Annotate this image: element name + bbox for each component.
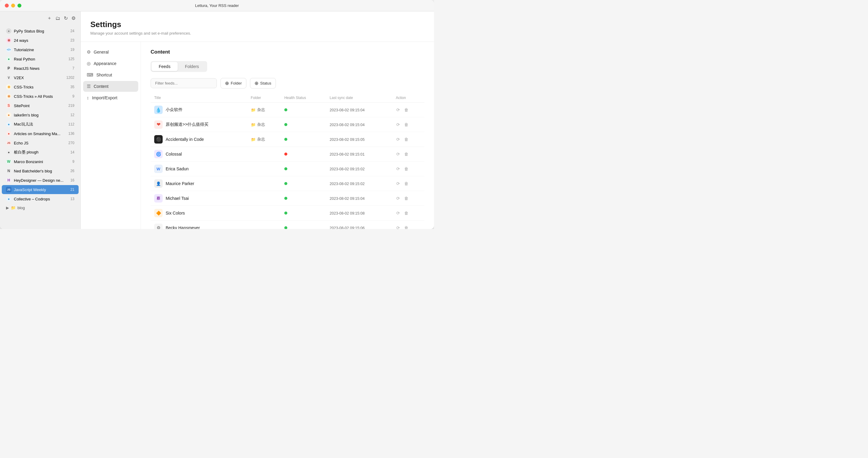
- table-row: ❤ 原创频道>>什么值得买 📁杂志 2023-08-02 09:15:04 ⟳ …: [151, 117, 424, 132]
- delete-feed-button[interactable]: 🗑: [404, 122, 409, 128]
- delete-feed-button[interactable]: 🗑: [404, 225, 409, 229]
- feed-title-cell: ⚙ Becky Hansmeyer: [151, 221, 247, 229]
- sidebar-folder-label: blog: [18, 205, 74, 210]
- sidebar-item-count: 14: [70, 150, 74, 154]
- table-row: ⚫ Accidentally in Code 📁杂志 2023-08-02 09…: [151, 132, 424, 147]
- health-indicator: [284, 167, 287, 170]
- filter-feeds-input[interactable]: [151, 78, 217, 88]
- sidebar-item-tutorialzine[interactable]: </> Tutorialzine 19: [2, 45, 79, 54]
- sidebar-item-smashing[interactable]: ● Articles on Smashing Ma... 136: [2, 129, 79, 138]
- add-status-button[interactable]: ⊕ Status: [250, 78, 276, 89]
- sidebar-item-csstricksall[interactable]: ✳ CSS-Tricks » All Posts 9: [2, 92, 79, 101]
- sidebar-item-count: 16: [70, 178, 74, 182]
- sidebar-item-ned[interactable]: N Ned Batchelder's blog 26: [2, 166, 79, 175]
- sync-date: 2023-08-02 09:15:04: [330, 196, 365, 201]
- content-section-title: Content: [151, 49, 424, 55]
- sidebar-item-laike9m[interactable]: ● laike9m's blog 12: [2, 110, 79, 120]
- feed-health-cell: [281, 132, 326, 147]
- refresh-feed-button[interactable]: ⟳: [396, 107, 401, 113]
- sidebar-folder-blog[interactable]: ▶ 📁 blog: [2, 204, 79, 212]
- health-indicator: [284, 211, 287, 215]
- delete-feed-button[interactable]: 🗑: [404, 151, 409, 157]
- sidebar-item-echojs[interactable]: JS Echo JS 270: [2, 138, 79, 148]
- settings-nav-label: Shortcut: [96, 72, 112, 77]
- feed-icon: W: [154, 165, 163, 173]
- heydesigner-icon: H: [6, 177, 11, 183]
- feed-folder-cell: [247, 162, 281, 176]
- feed-health-cell: [281, 103, 326, 117]
- refresh-feed-button[interactable]: ⟳: [396, 210, 401, 216]
- add-folder-button[interactable]: 🗂: [55, 15, 61, 22]
- delete-feed-button[interactable]: 🗑: [404, 107, 409, 113]
- feed-title-cell: ❤ 原创频道>>什么值得买: [151, 117, 247, 132]
- sidebar-item-plough[interactable]: ● 桩白墨 plough 14: [2, 148, 79, 157]
- app-window: Lettura, Your RSS reader ＋ 🗂 ↻ ⚙ ● PyPy …: [0, 0, 434, 229]
- folder-icon: 📁: [11, 205, 16, 210]
- sidebar-item-count: 26: [70, 169, 74, 173]
- add-feed-button[interactable]: ＋: [46, 14, 53, 22]
- settings-nav-content[interactable]: ☰ Content: [83, 81, 138, 92]
- feed-action-cell: ⟳ 🗑: [392, 191, 424, 206]
- sidebar-item-reactjs[interactable]: P ReactJS News 7: [2, 64, 79, 73]
- sidebar-item-jsweekly[interactable]: JS JavaScript Weekly 21: [2, 185, 79, 194]
- feed-health-cell: [281, 147, 326, 162]
- sidebar-item-codrops[interactable]: ● Collective – Codrops 13: [2, 194, 79, 203]
- feeds-toolbar: ⊕ Folder ⊕ Status: [151, 78, 424, 89]
- sidebar-item-csstricks[interactable]: ✳ CSS-Tricks 35: [2, 83, 79, 92]
- sidebar-item-pypy[interactable]: ● PyPy Status Blog 24: [2, 27, 79, 35]
- settings-nav-general[interactable]: ⚙ General: [83, 47, 138, 58]
- feed-name: Six Colors: [166, 210, 185, 216]
- refresh-feed-button[interactable]: ⟳: [396, 136, 401, 142]
- delete-feed-button[interactable]: 🗑: [404, 166, 409, 172]
- sidebar-item-marco[interactable]: W Marco Bonzanini 9: [2, 157, 79, 166]
- refresh-feed-button[interactable]: ⟳: [396, 122, 401, 128]
- health-indicator: [284, 197, 287, 200]
- delete-feed-button[interactable]: 🗑: [404, 136, 409, 142]
- sidebar-item-macplay[interactable]: ● Mac玩儿法 112: [2, 120, 79, 129]
- feed-action-cell: ⟳ 🗑: [392, 132, 424, 147]
- health-indicator: [284, 123, 287, 126]
- sidebar-item-label: Real Python: [14, 57, 66, 61]
- sidebar-item-sitepoint[interactable]: S SitePoint 219: [2, 101, 79, 110]
- settings-nav-shortcut[interactable]: ⌨ Shortcut: [83, 69, 138, 80]
- refresh-feed-button[interactable]: ⟳: [396, 195, 401, 201]
- delete-feed-button[interactable]: 🗑: [404, 181, 409, 187]
- delete-feed-button[interactable]: 🗑: [404, 195, 409, 201]
- settings-content-panel: Content Feeds Folders ⊕ Folder: [141, 42, 434, 229]
- feed-icon: ❤: [154, 120, 163, 129]
- maximize-button[interactable]: [18, 4, 21, 7]
- sidebar-item-label: CSS-Tricks » All Posts: [14, 94, 70, 99]
- sidebar-item-24ways[interactable]: ✳ 24 ways 23: [2, 36, 79, 45]
- refresh-feed-button[interactable]: ⟳: [396, 225, 401, 229]
- delete-feed-button[interactable]: 🗑: [404, 210, 409, 216]
- feed-title-cell: 🌀 Colossal: [151, 147, 247, 162]
- feed-title-cell: 👤 Maurice Parker: [151, 176, 247, 191]
- feed-title-cell: ⚫ Accidentally in Code: [151, 132, 247, 147]
- tab-feeds[interactable]: Feeds: [152, 62, 178, 71]
- close-button[interactable]: [5, 4, 9, 7]
- settings-nav-appearance[interactable]: ◎ Appearance: [83, 58, 138, 69]
- refresh-feed-button[interactable]: ⟳: [396, 166, 401, 172]
- refresh-feed-button[interactable]: ⟳: [396, 151, 401, 157]
- feed-action-cell: ⟳ 🗑: [392, 147, 424, 162]
- refresh-feed-button[interactable]: ⟳: [396, 181, 401, 187]
- sidebar-item-label: laike9m's blog: [14, 113, 68, 117]
- folder-icon: 📁: [251, 123, 256, 127]
- sync-date: 2023-08-02 09:15:05: [330, 137, 365, 142]
- sidebar-item-realpython[interactable]: ● Real Python 125: [2, 55, 79, 64]
- feed-syncdate-cell: 2023-08-02 09:15:04: [326, 103, 393, 117]
- sidebar-item-v2ex[interactable]: V V2EX 1202: [2, 73, 79, 82]
- feed-title-cell: W Erica Sadun: [151, 162, 247, 176]
- tab-folders[interactable]: Folders: [178, 62, 206, 71]
- settings-button[interactable]: ⚙: [71, 15, 76, 22]
- minimize-button[interactable]: [11, 4, 15, 7]
- settings-body: ⚙ General ◎ Appearance ⌨ Shortcut ☰ Cont…: [81, 42, 434, 229]
- sidebar-item-heydesigner[interactable]: H HeyDesigner — Design ne... 16: [2, 176, 79, 185]
- settings-nav-importexport[interactable]: ↕ Import/Export: [83, 92, 138, 103]
- add-folder-button[interactable]: ⊕ Folder: [220, 78, 246, 89]
- refresh-button[interactable]: ↻: [63, 15, 68, 22]
- chevron-right-icon: ▶: [6, 205, 9, 210]
- gear-icon: ⚙: [87, 50, 91, 55]
- folder-icon: 📁: [251, 137, 256, 142]
- feed-title-cell: 蔡 Michael Tsai: [151, 191, 247, 206]
